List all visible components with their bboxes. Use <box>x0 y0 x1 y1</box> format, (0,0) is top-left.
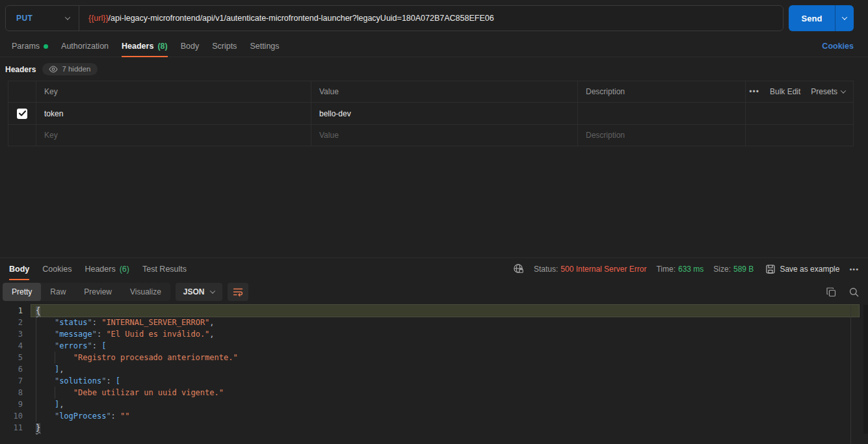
save-as-example-button[interactable]: Save as example <box>766 265 839 274</box>
key-cell-placeholder[interactable]: Key <box>36 125 311 146</box>
tab-scripts[interactable]: Scripts <box>205 36 243 57</box>
size-value: 589 B <box>733 265 754 274</box>
green-dot-indicator <box>44 44 48 49</box>
description-cell[interactable] <box>578 103 746 124</box>
indent-guide <box>36 410 55 422</box>
view-tab-raw[interactable]: Raw <box>41 283 75 301</box>
line-content: "logProcess": "" <box>31 410 859 422</box>
more-actions-button[interactable]: ••• <box>749 87 759 96</box>
url-input[interactable]: {{url}}/api-legacy-microfrontend/api/v1/… <box>79 14 503 23</box>
indent-guide <box>55 352 73 363</box>
indent-guide <box>36 363 55 375</box>
response-toolbar: PrettyRawPreviewVisualize JSON <box>3 283 859 301</box>
chevron-down-icon <box>65 14 70 20</box>
line-number: 10 <box>0 410 23 422</box>
row-checkbox[interactable] <box>17 109 27 119</box>
line-content: ], <box>31 398 859 410</box>
line-number: 4 <box>0 340 23 352</box>
tab-settings[interactable]: Settings <box>243 36 285 57</box>
view-tab-visualize[interactable]: Visualize <box>121 283 170 301</box>
code-line: 2"status": "INTERNAL_SERVER_ERROR", <box>0 317 868 328</box>
code-line: 9], <box>0 398 868 410</box>
copy-icon[interactable] <box>826 287 836 297</box>
row-actions-cell <box>746 103 853 124</box>
line-number: 5 <box>0 352 23 363</box>
indent-guide <box>36 352 55 363</box>
response-body-editor[interactable]: 1{2"status": "INTERNAL_SERVER_ERROR",3"m… <box>0 305 868 434</box>
tab-params[interactable]: Params <box>5 36 55 57</box>
tab-headers[interactable]: Headers(8) <box>115 36 174 57</box>
presets-label: Presets <box>811 87 837 96</box>
tab-label: Params <box>12 42 40 51</box>
response-more-button[interactable]: ••• <box>849 265 859 273</box>
response-tab-cookies[interactable]: Cookies <box>36 258 78 280</box>
table-header-row: Key Value Description ••• Bulk Edit Pres… <box>8 81 853 103</box>
description-cell-placeholder[interactable]: Description <box>578 125 746 146</box>
tab-label: Headers <box>122 42 153 51</box>
cookies-link[interactable]: Cookies <box>822 36 854 57</box>
line-number: 3 <box>0 328 23 340</box>
row-select-cell <box>8 125 36 146</box>
response-tab-body[interactable]: Body <box>3 258 36 280</box>
view-tab-preview[interactable]: Preview <box>75 283 121 301</box>
method-dropdown[interactable]: PUT <box>6 6 79 31</box>
value-cell-placeholder[interactable]: Value <box>311 125 578 146</box>
response-tab-test-results[interactable]: Test Results <box>136 258 193 280</box>
description-column-header: Description <box>578 81 746 102</box>
time-label: Time: <box>656 265 676 274</box>
search-icon[interactable] <box>849 287 859 297</box>
view-tab-pretty[interactable]: Pretty <box>3 283 41 301</box>
tab-count-badge: (8) <box>157 42 167 51</box>
tab-label: Body <box>9 265 29 274</box>
line-content: ], <box>31 363 859 375</box>
value-cell[interactable]: bello-dev <box>311 103 578 124</box>
tab-body[interactable]: Body <box>174 36 206 57</box>
request-tabs-list: ParamsAuthorizationHeaders(8)BodyScripts… <box>5 36 286 57</box>
response-meta: Status: 500 Internal Server Error Time: … <box>513 258 859 280</box>
send-options-button[interactable] <box>835 5 854 31</box>
code-line: 11} <box>0 422 868 434</box>
editor-ruler <box>850 305 851 444</box>
presets-dropdown[interactable]: Presets <box>811 87 845 96</box>
line-content: "Registro procesado anteriormente." <box>31 352 859 363</box>
url-box: PUT {{url}}/api-legacy-microfrontend/api… <box>5 5 783 31</box>
bulk-edit-button[interactable]: Bulk Edit <box>770 87 800 96</box>
network-info-icon[interactable] <box>513 263 524 274</box>
select-column-header <box>8 81 36 102</box>
code-line: 5"Registro procesado anteriormente." <box>0 352 868 363</box>
key-cell[interactable]: token <box>36 103 311 124</box>
response-panel: BodyCookiesHeaders(6)Test Results Status… <box>0 257 868 444</box>
line-number: 9 <box>0 398 23 410</box>
response-tabs-list: BodyCookiesHeaders(6)Test Results <box>3 258 193 280</box>
tab-label: Headers <box>85 265 115 274</box>
code-line: 3"message": "El Uuid es inválido.", <box>0 328 868 340</box>
scrollbar-track[interactable] <box>863 305 868 434</box>
request-tabs: ParamsAuthorizationHeaders(8)BodyScripts… <box>0 36 868 57</box>
tab-authorization[interactable]: Authorization <box>55 36 115 57</box>
size-label: Size: <box>713 265 731 274</box>
status-label: Status: <box>534 265 558 274</box>
headers-section-header: Headers 7 hidden <box>5 63 868 75</box>
send-button[interactable]: Send <box>789 5 835 31</box>
table-row: token bello-dev <box>8 103 853 125</box>
format-dropdown[interactable]: JSON <box>176 283 222 301</box>
wrap-lines-toggle[interactable] <box>228 283 248 301</box>
time-metric: Time: 633 ms <box>656 265 704 274</box>
chevron-down-icon <box>842 14 847 20</box>
save-icon <box>766 265 775 274</box>
line-number: 1 <box>0 305 23 317</box>
line-number: 8 <box>0 387 23 398</box>
indent-guide <box>36 375 55 387</box>
code-lines: 1{2"status": "INTERNAL_SERVER_ERROR",3"m… <box>0 305 868 434</box>
value-column-header: Value <box>311 81 578 102</box>
request-bar: PUT {{url}}/api-legacy-microfrontend/api… <box>5 5 854 31</box>
headers-table: Key Value Description ••• Bulk Edit Pres… <box>8 81 854 146</box>
response-tab-headers[interactable]: Headers(6) <box>78 258 136 280</box>
hidden-headers-toggle[interactable]: 7 hidden <box>42 63 97 75</box>
time-value: 633 ms <box>678 265 704 274</box>
indent-guide <box>36 317 55 328</box>
response-tool-icons <box>826 287 859 297</box>
line-content: "errors": [ <box>31 340 859 352</box>
code-line: 8"Debe utilizar un uuid vigente." <box>0 387 868 398</box>
view-mode-tabs: PrettyRawPreviewVisualize <box>3 283 170 301</box>
